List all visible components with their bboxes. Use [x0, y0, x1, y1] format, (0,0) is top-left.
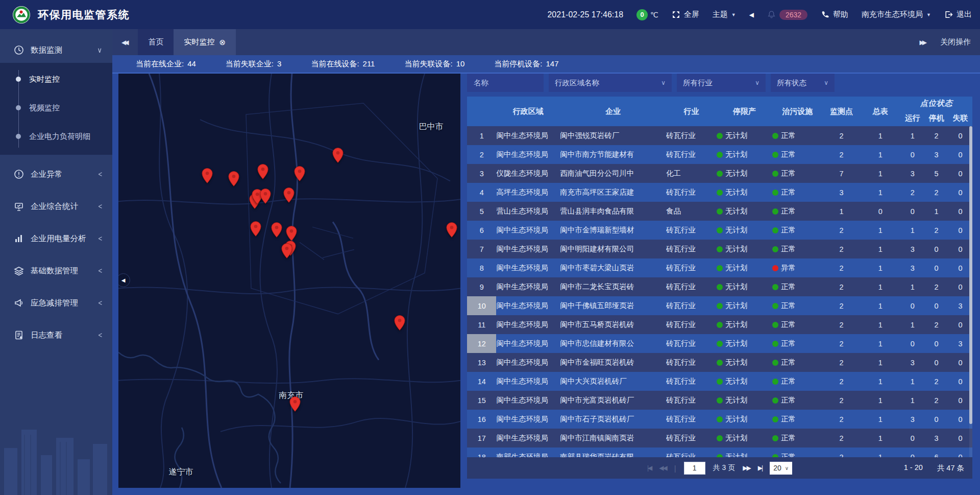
sidebar-item-企业综合统计[interactable]: 企业综合统计< [0, 194, 112, 219]
sidebar-subitem-实时监控[interactable]: 实时监控 [0, 65, 112, 93]
map-pin-icon[interactable] [228, 171, 240, 187]
table-row[interactable]: 10阆中生态环境局阆中千佛镇五郎垭页岩砖瓦行业无计划正常21003 [467, 296, 972, 315]
tab-首页[interactable]: 首页 [138, 29, 174, 55]
map-pin-icon[interactable] [260, 188, 272, 204]
scrollbar-thumb[interactable] [969, 126, 972, 424]
map-pin-icon[interactable] [271, 222, 283, 238]
prev-page-button[interactable]: ◀◀ [659, 464, 666, 472]
table-row[interactable]: 14阆中生态环境局阆中大兴页岩机砖厂砖瓦行业无计划正常21120 [467, 372, 972, 391]
fullscreen-button[interactable]: 全屏 [672, 10, 699, 19]
map-pin-icon[interactable] [257, 163, 268, 180]
sidebar-item-日志查看[interactable]: 日志查看< [0, 322, 112, 348]
page-size-select[interactable]: 20 ∨ [770, 462, 792, 475]
status-dot-icon [717, 379, 723, 385]
table-row[interactable]: 5营山生态环境局营山县润丰肉食品有限食品无计划正常10010 [467, 202, 972, 221]
cell-monitor: 2 [823, 334, 860, 353]
table-row[interactable]: 15阆中生态环境局阆中市光富页岩机砖厂砖瓦行业无计划正常21120 [467, 391, 972, 410]
page-number-input[interactable] [684, 462, 705, 475]
table-scrollbar[interactable] [969, 126, 972, 457]
total-pages-label: 共 3 页 [713, 463, 736, 473]
sidebar-item-数据监测[interactable]: 数据监测∨ [0, 37, 112, 63]
voice-toggle-button[interactable]: ◀ [749, 11, 754, 18]
next-page-button[interactable]: ▶▶ [743, 464, 750, 472]
name-search-input[interactable] [467, 74, 544, 92]
first-page-button[interactable]: |◀ [647, 464, 651, 472]
theme-dropdown[interactable]: 主题 ▼ [713, 10, 736, 19]
map-pin-icon[interactable] [394, 315, 406, 331]
map-pin-icon[interactable] [281, 243, 292, 259]
map-pin-icon[interactable] [294, 166, 306, 182]
tab-close-icon[interactable]: ⊗ [219, 38, 226, 47]
cell-index: 7 [467, 240, 496, 258]
chevron-left-icon: < [98, 202, 102, 211]
table-row[interactable]: 18南部生态环境局南部县瑞华页岩砖有限砖瓦行业无计划正常21060 [467, 447, 972, 457]
cell-region: 阆中生态环境局 [496, 353, 560, 372]
tab-实时监控[interactable]: 实时监控⊗ [174, 29, 236, 55]
sidebar-item-label: 日志查看 [31, 330, 62, 341]
stats-bar: 当前在线企业:44当前失联企业:3当前在线设备:211当前失联设备:10当前停机… [112, 55, 980, 74]
industry-select[interactable]: 所有行业 ∨ [677, 74, 766, 92]
table-row[interactable]: 6阆中生态环境局阆中市金博瑞新型墙材砖瓦行业无计划正常21120 [467, 221, 972, 240]
table-row[interactable]: 11阆中生态环境局阆中市五马桥页岩机砖砖瓦行业无计划正常21120 [467, 315, 972, 334]
table-row[interactable]: 13阆中生态环境局阆中市金福旺页岩机砖砖瓦行业无计划正常21300 [467, 353, 972, 372]
cell-run: 1 [900, 396, 924, 405]
status-text: 正常 [781, 225, 796, 235]
sidebar-subitem-企业电力负荷明细[interactable]: 企业电力负荷明细 [0, 122, 112, 151]
table-row[interactable]: 8阆中生态环境局阆中市枣碧大梁山页岩砖瓦行业无计划异常21300 [467, 258, 972, 277]
sidebar-item-企业异常[interactable]: 企业异常< [0, 161, 112, 187]
logout-button[interactable]: 退出 [944, 10, 972, 19]
close-operations-button[interactable]: 关闭操作 [940, 37, 971, 47]
status-text: 异常 [781, 263, 796, 273]
layers-icon [14, 266, 24, 276]
help-button[interactable]: 帮助 [821, 10, 848, 19]
last-page-button[interactable]: ▶| [758, 464, 762, 472]
map-pin-icon[interactable] [283, 187, 295, 203]
table-row[interactable]: 3仪陇生态环境局西南油气田分公司川中化工无计划正常71350 [467, 164, 972, 183]
status-text: 无计划 [725, 206, 748, 216]
status-text: 无计划 [725, 395, 748, 405]
sidebar-subitem-视频监控[interactable]: 视频监控 [0, 93, 112, 122]
sidebar-item-基础数据管理[interactable]: 基础数据管理< [0, 258, 112, 284]
map-pin-icon[interactable] [289, 396, 301, 412]
tabs-scroll-right-icon[interactable]: ▶▶ [920, 39, 928, 46]
map-pin-icon[interactable] [250, 221, 262, 237]
notification-area[interactable]: 2632 [767, 10, 807, 20]
table-row[interactable]: 16阆中生态环境局阆中市石子页岩机砖厂砖瓦行业无计划正常21300 [467, 410, 972, 429]
stat-value: 211 [363, 59, 375, 69]
pagination-divider: | [674, 464, 676, 473]
chart-icon [14, 233, 24, 244]
table-row[interactable]: 1阆中生态环境局阆中强锐页岩砖厂砖瓦行业无计划正常21120 [467, 126, 972, 145]
map-pin-icon[interactable] [286, 225, 298, 242]
sidebar-item-企业用电量分析[interactable]: 企业用电量分析< [0, 226, 112, 251]
industry-select-value: 所有行业 [683, 78, 713, 88]
table-row[interactable]: 9阆中生态环境局阆中市二龙长宝页岩砖砖瓦行业无计划正常21120 [467, 277, 972, 296]
region-select[interactable]: 行政区域名称 ∨ [549, 74, 672, 92]
chevron-left-icon: < [98, 299, 102, 308]
submenu-dot-icon [16, 134, 21, 139]
tabs-scroll-left-icon[interactable]: ◀◀ [121, 39, 130, 46]
cell-halt: 2 [924, 283, 948, 291]
status-dot-icon [717, 341, 723, 347]
map-pin-icon[interactable] [332, 147, 344, 163]
cell-stop-status: 无计划 [717, 145, 772, 164]
point-status-group-title: 点位状态 [900, 97, 972, 110]
cell-treat-status: 正常 [772, 126, 823, 145]
status-text: 正常 [781, 452, 796, 457]
map-pin-icon[interactable] [446, 222, 458, 238]
cell-monitor: 2 [823, 447, 860, 457]
table-row[interactable]: 7阆中生态环境局阆中明阳建材有限公司砖瓦行业无计划正常21300 [467, 240, 972, 258]
cell-monitor: 2 [823, 221, 860, 240]
table-row[interactable]: 2阆中生态环境局阆中市南方节能建材有砖瓦行业无计划正常21030 [467, 145, 972, 164]
col-run: 运行 [900, 110, 924, 126]
col-meter: 总表 [860, 97, 900, 126]
map-panel[interactable]: 巴中市南充市遂宁市 ◀ [118, 74, 460, 488]
cell-company: 阆中市二龙长宝页岩砖 [560, 277, 666, 296]
cell-point-status: 120 [900, 372, 972, 391]
table-row[interactable]: 17阆中生态环境局阆中市江南镇阆南页岩砖瓦行业无计划正常21030 [467, 429, 972, 447]
user-dropdown[interactable]: 南充市生态环境局 ▼ [862, 10, 931, 19]
table-row[interactable]: 12阆中生态环境局阆中市忠信建材有限公砖瓦行业无计划正常21003 [467, 334, 972, 353]
status-select[interactable]: 所有状态 ∨ [771, 74, 835, 92]
sidebar-item-应急减排管理[interactable]: 应急减排管理< [0, 290, 112, 316]
map-pin-icon[interactable] [202, 168, 213, 184]
table-row[interactable]: 4高坪生态环境局南充市高坪区王家店建砖瓦行业无计划正常31220 [467, 183, 972, 202]
